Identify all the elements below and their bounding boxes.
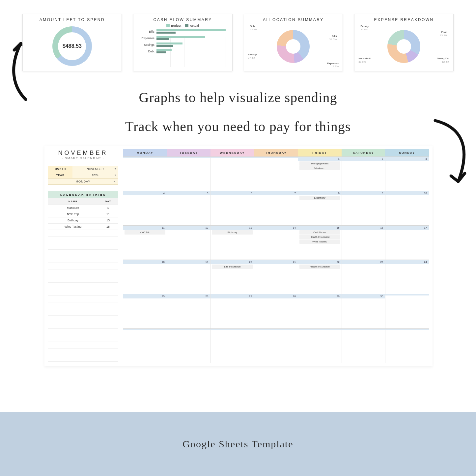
- calendar-day-cell[interactable]: [123, 329, 167, 363]
- calendar-title: NOVEMBER: [48, 150, 118, 156]
- day-event: Cell Phone: [299, 230, 340, 235]
- calendar-day-cell[interactable]: 24: [385, 260, 429, 294]
- calendar-day-cell[interactable]: 8Electricity: [298, 191, 342, 225]
- calendar-day-cell[interactable]: 30: [342, 294, 385, 328]
- calendar-day-cell[interactable]: 2: [342, 157, 385, 191]
- day-header: MONDAY: [123, 149, 167, 156]
- calendar-day-cell[interactable]: 28: [254, 294, 298, 328]
- day-event: Health Insurance: [299, 265, 340, 269]
- date-pickers: MONTH NOVEMBER YEAR 2024 MONDAY: [48, 166, 118, 185]
- calendar-day-cell[interactable]: [210, 157, 254, 191]
- calendar-day-cell[interactable]: 25: [123, 294, 167, 328]
- calendar-day-cell[interactable]: 12: [167, 226, 210, 260]
- day-number: 9: [342, 191, 385, 195]
- calendar-day-cell[interactable]: 6: [210, 191, 254, 225]
- headline-graphs: Graphs to help visualize spending: [0, 90, 476, 105]
- calendar-day-cell[interactable]: 1Mortgage/RentManicure: [298, 157, 342, 191]
- calendar-day-cell[interactable]: 11NYC Trip: [123, 226, 167, 260]
- day-number: [342, 329, 385, 330]
- calendar-day-cell[interactable]: 18: [123, 260, 167, 294]
- day-event: Health Insurance: [299, 235, 340, 239]
- day-number: 30: [342, 294, 385, 298]
- day-number: 6: [210, 191, 254, 195]
- year-dropdown[interactable]: 2024: [72, 172, 118, 178]
- calendar-day-cell[interactable]: 17: [385, 226, 429, 260]
- calendar-day-cell[interactable]: [254, 329, 298, 363]
- calendar-day-cell[interactable]: [385, 294, 429, 328]
- calendar-day-cell[interactable]: 14: [254, 226, 298, 260]
- calendar-day-cell[interactable]: 21: [254, 260, 298, 294]
- entry-row-empty[interactable]: [48, 295, 118, 302]
- calendar-day-cell[interactable]: [167, 329, 210, 363]
- entry-row-empty[interactable]: [48, 315, 118, 322]
- calendar-day-cell[interactable]: [123, 157, 167, 191]
- calendar-grid: MONDAYTUESDAYWEDNESDAYTHURSDAYFRIDAYSATU…: [123, 149, 429, 363]
- entry-row-empty[interactable]: [48, 256, 118, 263]
- footer-text: Google Sheets Template: [182, 438, 293, 450]
- entry-row[interactable]: NYC Trip11: [48, 211, 118, 217]
- slice-label-bills: Bills39.0%: [329, 35, 337, 41]
- calendar-day-cell[interactable]: 23: [342, 260, 385, 294]
- calendar-day-cell[interactable]: 4: [123, 191, 167, 225]
- entry-row[interactable]: Wine Tasting15: [48, 223, 118, 230]
- day-number: 8: [298, 191, 342, 195]
- entry-row-empty[interactable]: [48, 276, 118, 282]
- entry-row[interactable]: Birthday13: [48, 217, 118, 223]
- calendar-day-cell[interactable]: [254, 157, 298, 191]
- day-number: 10: [385, 191, 429, 195]
- month-dropdown[interactable]: NOVEMBER: [72, 166, 118, 172]
- bar-row: Bills: [140, 29, 226, 34]
- calendar-day-cell[interactable]: 26: [167, 294, 210, 328]
- day-number: 11: [123, 226, 167, 230]
- startday-dropdown[interactable]: MONDAY: [48, 179, 118, 184]
- calendar-day-cell[interactable]: 20Life Insurance: [210, 260, 254, 294]
- entry-row-empty[interactable]: [48, 282, 118, 289]
- day-header: SUNDAY: [385, 149, 429, 156]
- calendar-day-cell[interactable]: [385, 329, 429, 363]
- calendar-week: 181920Life Insurance2122Health Insurance…: [123, 260, 429, 294]
- entry-row-empty[interactable]: [48, 328, 118, 335]
- entry-row-empty[interactable]: [48, 302, 118, 309]
- entry-row[interactable]: Manicure1: [48, 205, 118, 211]
- entry-row-empty[interactable]: [48, 361, 118, 363]
- entry-row-empty[interactable]: [48, 289, 118, 295]
- entry-row-empty[interactable]: [48, 355, 118, 361]
- calendar-day-cell[interactable]: 22Health Insurance: [298, 260, 342, 294]
- calendar-day-cell[interactable]: [298, 329, 342, 363]
- bar-label: Expenses: [140, 37, 154, 40]
- calendar-day-cell[interactable]: [210, 329, 254, 363]
- entry-row-empty[interactable]: [48, 249, 118, 256]
- entry-row-empty[interactable]: [48, 309, 118, 315]
- entry-row-empty[interactable]: [48, 322, 118, 328]
- calendar-day-cell[interactable]: 16: [342, 226, 385, 260]
- entry-row-empty[interactable]: [48, 243, 118, 249]
- day-number: 14: [254, 226, 298, 230]
- calendar-day-cell[interactable]: 7: [254, 191, 298, 225]
- calendar-day-cell[interactable]: 3: [385, 157, 429, 191]
- calendar-day-cell[interactable]: 9: [342, 191, 385, 225]
- calendar-day-cell[interactable]: 13Birthday: [210, 226, 254, 260]
- bar-label: Bills: [140, 30, 154, 33]
- entry-row-empty[interactable]: [48, 230, 118, 236]
- calendar-day-cell[interactable]: 29: [298, 294, 342, 328]
- entry-row-empty[interactable]: [48, 269, 118, 276]
- entry-row-empty[interactable]: [48, 263, 118, 269]
- calendar-day-cell[interactable]: 5: [167, 191, 210, 225]
- day-number: 17: [385, 226, 429, 230]
- day-event: Mortgage/Rent: [299, 161, 340, 166]
- day-number: 23: [342, 260, 385, 264]
- calendar-day-cell[interactable]: [342, 329, 385, 363]
- calendar-day-cell[interactable]: 19: [167, 260, 210, 294]
- day-number: [254, 157, 298, 158]
- calendar-day-cell[interactable]: 27: [210, 294, 254, 328]
- calendar-week: 45678Electricity910: [123, 191, 429, 225]
- calendar-day-cell[interactable]: 10: [385, 191, 429, 225]
- entry-row-empty[interactable]: [48, 335, 118, 342]
- day-number: 25: [123, 294, 167, 298]
- entry-row-empty[interactable]: [48, 348, 118, 355]
- donut-allocation: [277, 30, 310, 63]
- calendar-day-cell[interactable]: 15Cell PhoneHealth InsuranceWine Tasting: [298, 226, 342, 260]
- calendar-day-cell[interactable]: [167, 157, 210, 191]
- entry-row-empty[interactable]: [48, 236, 118, 243]
- entry-row-empty[interactable]: [48, 342, 118, 348]
